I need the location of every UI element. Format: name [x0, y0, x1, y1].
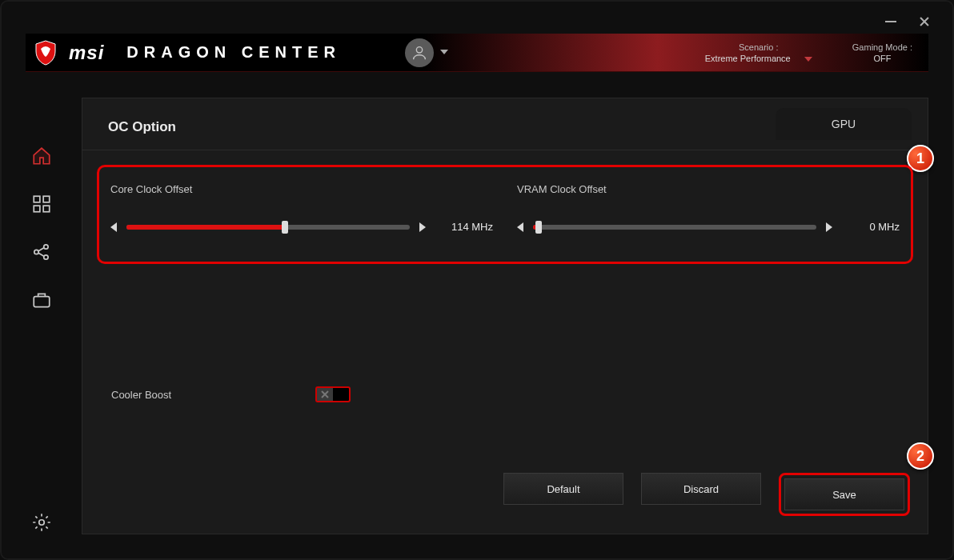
- minimize-button[interactable]: [885, 21, 896, 22]
- vram-slider-track[interactable]: [533, 225, 816, 230]
- sidebar-item-tools[interactable]: [31, 290, 52, 310]
- sidebar-item-home[interactable]: [31, 146, 52, 166]
- toolbox-icon: [31, 290, 52, 310]
- default-button[interactable]: Default: [503, 473, 623, 505]
- tab-bar: GPU: [776, 108, 912, 140]
- user-avatar[interactable]: [405, 38, 434, 67]
- cooler-boost-row: Cooler Boost: [111, 386, 351, 402]
- svg-rect-3: [34, 206, 40, 212]
- home-icon: [31, 146, 52, 166]
- core-increase-button[interactable]: [419, 222, 426, 232]
- share-icon: [31, 242, 52, 262]
- brand-text: msi: [69, 42, 104, 64]
- gaming-mode-block: Gaming Mode : OFF: [852, 42, 912, 63]
- vram-clock-label: VRAM Clock Offset: [517, 183, 900, 195]
- core-slider-fill: [126, 225, 285, 230]
- core-clock-block: Core Clock Offset 114 MHz: [110, 183, 493, 233]
- svg-rect-2: [43, 196, 50, 202]
- app-window: msi DRAGON CENTER Scenario : Extreme Per…: [0, 0, 954, 560]
- grid-icon: [31, 194, 52, 214]
- save-button[interactable]: Save: [784, 478, 904, 510]
- header-bar: msi DRAGON CENTER Scenario : Extreme Per…: [26, 34, 928, 72]
- scenario-value: Extreme Performance: [705, 54, 791, 63]
- core-slider-thumb[interactable]: [282, 221, 288, 234]
- svg-point-9: [39, 520, 45, 526]
- gaming-mode-label: Gaming Mode :: [852, 42, 912, 52]
- svg-rect-1: [34, 196, 40, 202]
- user-icon: [411, 44, 428, 62]
- scenario-block[interactable]: Scenario : Extreme Performance: [705, 42, 812, 63]
- scenario-label: Scenario :: [705, 42, 812, 52]
- close-button[interactable]: [919, 16, 930, 27]
- msi-shield-icon: [34, 39, 58, 66]
- cooler-boost-label: Cooler Boost: [111, 389, 171, 401]
- brand-block: msi DRAGON CENTER: [34, 39, 341, 66]
- tab-gpu[interactable]: GPU: [776, 108, 912, 140]
- main-panel: OC Option GPU 1 Core Clock Offset 114 MH…: [82, 98, 928, 534]
- annotation-marker-2: 2: [907, 442, 934, 470]
- avatar-dropdown-icon: [440, 50, 448, 54]
- vram-slider-thumb[interactable]: [535, 221, 542, 234]
- x-icon: [321, 390, 329, 398]
- core-slider-track[interactable]: [126, 225, 410, 230]
- svg-rect-4: [43, 206, 50, 212]
- sidebar-item-share[interactable]: [31, 242, 52, 262]
- vram-clock-slider: 0 MHz: [517, 221, 900, 233]
- app-title: DRAGON CENTER: [126, 43, 341, 62]
- divider: [82, 150, 928, 150]
- core-decrease-button[interactable]: [110, 222, 117, 232]
- sidebar-item-apps[interactable]: [31, 194, 52, 214]
- discard-button[interactable]: Discard: [641, 473, 761, 505]
- toggle-off-indicator: [317, 388, 333, 401]
- core-clock-slider: 114 MHz: [110, 221, 493, 233]
- vram-clock-block: VRAM Clock Offset 0 MHz: [517, 183, 900, 233]
- chevron-down-icon: [804, 57, 812, 62]
- sidebar: [2, 98, 82, 550]
- svg-point-0: [416, 46, 422, 52]
- vram-clock-value: 0 MHz: [842, 221, 900, 233]
- gear-icon: [31, 512, 52, 533]
- save-highlight: Save: [779, 473, 910, 516]
- vram-increase-button[interactable]: [826, 222, 832, 232]
- core-clock-value: 114 MHz: [435, 221, 493, 233]
- cooler-boost-toggle[interactable]: [315, 386, 351, 402]
- window-controls: [885, 16, 930, 27]
- sliders-panel: Core Clock Offset 114 MHz VRAM Clock Off…: [97, 165, 913, 264]
- svg-rect-8: [34, 297, 50, 307]
- core-clock-label: Core Clock Offset: [110, 183, 493, 195]
- vram-decrease-button[interactable]: [517, 222, 523, 232]
- header-status: Scenario : Extreme Performance Gaming Mo…: [705, 42, 912, 63]
- gaming-mode-value: OFF: [852, 54, 912, 63]
- sidebar-item-settings[interactable]: [31, 512, 52, 533]
- button-row: Default Discard Save: [503, 473, 910, 516]
